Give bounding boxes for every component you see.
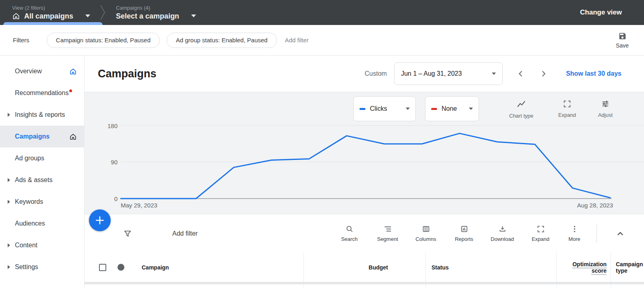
sidebar-item-audiences[interactable]: Audiences <box>0 213 84 234</box>
chart-adjust-button[interactable]: Adjust <box>589 99 621 118</box>
y-axis-tick: 0 <box>103 195 118 202</box>
next-period-button[interactable] <box>539 69 548 78</box>
sidebar-item-label: Insights & reports <box>15 111 65 118</box>
search-button[interactable]: Search <box>334 225 365 242</box>
expand-label: Expand <box>558 112 576 118</box>
date-range-picker[interactable]: Jun 1 – Aug 31, 2023 <box>394 62 503 85</box>
chart-type-icon <box>516 99 526 109</box>
chevron-down-icon <box>191 15 196 17</box>
table-row <box>85 284 644 288</box>
sidebar-navigation: Overview Recommendations Insights & repo… <box>0 56 85 288</box>
table-add-filter-button[interactable]: Add filter <box>172 230 198 237</box>
sidebar-item-label: Ads & assets <box>15 176 52 184</box>
more-button[interactable]: More <box>563 225 586 242</box>
sidebar-item-label: Overview <box>15 68 42 75</box>
home-icon <box>12 12 20 20</box>
column-header-campaign[interactable]: Campaign <box>85 253 304 282</box>
main-content: Campaigns Custom Jun 1 – Aug 31, 2023 Sh… <box>85 56 644 288</box>
toolbar-divider <box>597 224 597 243</box>
metric-selector-none[interactable]: None <box>425 96 479 121</box>
column-label: Campaign type <box>616 261 644 274</box>
adjust-label: Adjust <box>598 112 613 118</box>
columns-button[interactable]: Columns <box>410 225 442 242</box>
notification-dot <box>69 89 72 92</box>
add-filter-button[interactable]: Add filter <box>285 37 309 44</box>
download-button[interactable]: Download <box>487 225 518 242</box>
filter-chip-campaign-status[interactable]: Campaign status: Enabled, Paused <box>47 33 160 48</box>
x-axis-start-label: May 29, 2023 <box>121 202 157 209</box>
sidebar-item-label: Keywords <box>15 198 43 205</box>
expand-icon <box>537 225 545 233</box>
sidebar-item-settings[interactable]: Settings <box>0 256 84 278</box>
google-ads-screen: View (2 filters) All campaigns Campaigns… <box>0 0 644 288</box>
plus-icon <box>95 215 105 226</box>
chart-type-button[interactable]: Chart type <box>501 99 541 119</box>
metric-label: Clicks <box>370 105 387 112</box>
segment-label: Segment <box>377 236 398 242</box>
chart-expand-button[interactable]: Expand <box>551 99 583 118</box>
more-label: More <box>568 236 580 242</box>
chevron-up-icon <box>616 229 625 238</box>
campaigns-table-header: Campaign Budget Status Optimization scor… <box>85 253 644 282</box>
campaign-selector[interactable]: Campaigns (4) Select a campaign <box>116 5 196 21</box>
more-dots-icon <box>570 225 579 233</box>
sidebar-item-label: Campaigns <box>15 133 50 140</box>
view-selector-label: View (2 filters) <box>12 5 73 11</box>
save-button[interactable]: Save <box>616 32 629 49</box>
column-header-budget[interactable]: Budget <box>304 253 426 282</box>
columns-icon <box>422 225 430 233</box>
sidebar-item-ad-groups[interactable]: Ad groups <box>0 147 84 169</box>
filter-chip-ad-group-status[interactable]: Ad group status: Enabled, Paused <box>167 33 277 48</box>
sidebar-item-label: Ad groups <box>15 155 44 162</box>
clicks-series-line <box>121 133 610 199</box>
column-header-campaign-type[interactable]: Campaign type <box>611 253 644 282</box>
expand-icon <box>563 99 572 108</box>
top-navigation-bar: View (2 filters) All campaigns Campaigns… <box>0 0 644 25</box>
sidebar-item-content[interactable]: Content <box>0 234 84 256</box>
campaign-selector-label: Campaigns (4) <box>116 5 179 11</box>
date-mode-label: Custom <box>365 70 387 77</box>
download-label: Download <box>491 236 514 242</box>
metric-selector-clicks[interactable]: Clicks <box>353 96 416 121</box>
sidebar-item-recommendations[interactable]: Recommendations <box>0 82 84 104</box>
active-view-indicator <box>3 22 103 25</box>
sidebar-item-insights-reports[interactable]: Insights & reports <box>0 104 84 126</box>
show-last-30-days-link[interactable]: Show last 30 days <box>566 70 621 77</box>
column-header-status[interactable]: Status <box>426 253 557 282</box>
sidebar-item-overview[interactable]: Overview <box>0 60 84 82</box>
page-title: Campaigns <box>98 68 157 80</box>
expand-arrow-icon <box>8 178 10 182</box>
date-range-value: Jun 1 – Aug 31, 2023 <box>401 70 462 77</box>
select-all-checkbox[interactable] <box>99 264 106 271</box>
create-campaign-fab[interactable] <box>89 209 111 231</box>
sidebar-item-ads-assets[interactable]: Ads & assets <box>0 169 84 191</box>
adjust-sliders-icon <box>601 99 610 108</box>
column-header-optimization-score[interactable]: Optimization score <box>557 253 611 282</box>
column-label: Campaign <box>142 264 169 271</box>
previous-period-button[interactable] <box>516 69 525 78</box>
y-axis-tick: 180 <box>103 122 118 129</box>
segment-button[interactable]: Segment <box>372 225 403 242</box>
save-label: Save <box>616 42 629 49</box>
status-circle-icon <box>118 264 124 271</box>
filter-chip-label: Campaign status: Enabled, Paused <box>56 37 151 44</box>
expand-arrow-icon <box>8 113 10 117</box>
sidebar-item-keywords[interactable]: Keywords <box>0 191 84 213</box>
reports-icon <box>460 225 469 233</box>
columns-label: Columns <box>415 236 436 242</box>
search-icon <box>345 225 354 233</box>
column-label: Budget <box>369 264 388 271</box>
table-toolbar: Add filter Search Segment <box>85 214 644 253</box>
sidebar-item-campaigns[interactable]: Campaigns <box>0 126 84 147</box>
sidebar-item-label: Settings <box>15 263 38 271</box>
filter-funnel-icon[interactable] <box>123 229 132 238</box>
table-expand-button[interactable]: Expand <box>525 225 556 242</box>
y-axis-tick: 90 <box>103 159 118 166</box>
view-selector[interactable]: View (2 filters) All campaigns <box>12 5 90 21</box>
change-view-button[interactable]: Change view <box>580 8 622 17</box>
reports-button[interactable]: Reports <box>448 225 480 242</box>
collapse-table-button[interactable] <box>608 229 633 238</box>
reports-label: Reports <box>455 236 473 242</box>
chevron-down-icon <box>469 108 473 110</box>
breadcrumb-separator-icon <box>100 4 105 21</box>
